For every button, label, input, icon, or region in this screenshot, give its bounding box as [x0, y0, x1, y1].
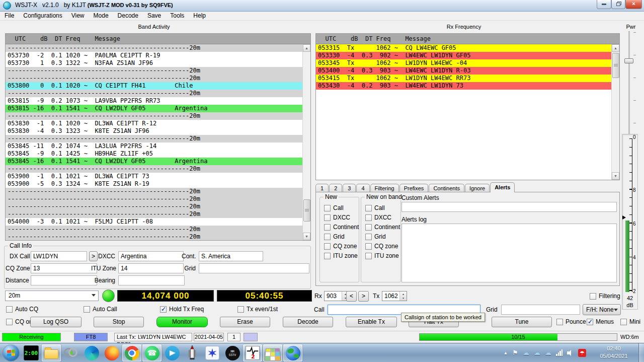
- scrollbar-thumb[interactable]: [612, 53, 619, 78]
- rx-to-tx-right-button[interactable]: >: [358, 291, 369, 302]
- decode-row[interactable]: 053415 Tx 1062 ~ LW1DYN LW4EWC RR73: [316, 75, 612, 82]
- grid-info-field[interactable]: [199, 263, 309, 273]
- enable-tx-button[interactable]: Enable Tx: [346, 317, 397, 327]
- rx-to-tx-left-button[interactable]: <: [346, 291, 357, 302]
- decode-row[interactable]: 053730 1 0.3 1322 ~ N3FAA ZS1AN JF96: [6, 59, 303, 67]
- decode-row[interactable]: 053815 -16 0.1 1541 ~ CQ LW2DLY GF05 Arg…: [6, 105, 303, 112]
- alert-checkbox[interactable]: Grid: [365, 233, 400, 240]
- auto-call-checkbox[interactable]: Auto Call: [84, 306, 117, 313]
- monitor-button[interactable]: Monitor: [156, 317, 208, 327]
- avira-antivirus-icon[interactable]: ☂: [578, 349, 586, 357]
- dxcc-field[interactable]: [118, 251, 184, 261]
- decode-row[interactable]: ----------------------------------------…: [6, 203, 303, 210]
- menu-item[interactable]: View: [67, 12, 89, 20]
- alert-checkbox[interactable]: DXCC: [365, 214, 400, 221]
- dx-call-expand-button[interactable]: >: [89, 251, 98, 261]
- cq-zone-field[interactable]: [31, 263, 97, 273]
- tab[interactable]: 2: [329, 184, 342, 192]
- rx-frequency-scrollbar[interactable]: ▲ ▼: [611, 44, 619, 180]
- alert-checkbox[interactable]: Call: [365, 204, 400, 211]
- tab[interactable]: Filtering: [370, 184, 399, 192]
- tx-even-checkbox[interactable]: Tx even/1st: [237, 306, 278, 313]
- tab[interactable]: 4: [356, 184, 369, 192]
- alert-checkbox[interactable]: CQ zone: [365, 243, 400, 250]
- cont-field[interactable]: [199, 251, 263, 261]
- show-desktop-button[interactable]: [638, 343, 644, 362]
- close-button[interactable]: ×: [625, 0, 642, 9]
- erase-button[interactable]: Erase: [220, 317, 270, 327]
- decode-row[interactable]: 053845 -11 0.2 1074 ~ LA3LUA PP2FRS -14: [6, 142, 303, 150]
- decode-row[interactable]: 053800 0 0.1 1020 ~ CQ CE1PTT FH41 Chile: [6, 82, 303, 90]
- taskbar-item-chrome[interactable]: [122, 344, 141, 361]
- cloud-sync-icon[interactable]: ☁↑: [523, 349, 529, 356]
- taskbar-item-waveform-app[interactable]: 2: [243, 344, 262, 361]
- taskbar-item-rings-app[interactable]: [62, 344, 81, 361]
- decode-row[interactable]: 054000 -3 0.1 1021 ~ F5LMJ CE1PTT -08: [6, 218, 303, 226]
- decode-row[interactable]: ----------------------------------------…: [6, 226, 303, 233]
- restore-button[interactable]: [611, 0, 625, 9]
- stop-button[interactable]: Stop: [94, 317, 144, 327]
- volume-icon[interactable]: [567, 350, 574, 356]
- alerts-log-textarea[interactable]: [401, 224, 617, 282]
- menus-checkbox[interactable]: Menus: [587, 318, 614, 325]
- scroll-down-icon[interactable]: ▼: [303, 233, 310, 240]
- taskbar-item-grid-map-app[interactable]: [263, 344, 282, 361]
- hold-tx-freq-checkbox[interactable]: Hold Tx Freq: [160, 306, 204, 313]
- cloud-sync-icon[interactable]: ☁↑: [534, 349, 540, 356]
- decode-row[interactable]: ----------------------------------------…: [6, 67, 303, 75]
- scroll-up-icon[interactable]: ▲: [612, 44, 619, 52]
- tray-clock[interactable]: 02:40 05/04/2021: [591, 345, 637, 360]
- scrollbar-thumb[interactable]: [303, 199, 310, 222]
- decode-row[interactable]: ----------------------------------------…: [6, 112, 303, 120]
- tray-expand-icon[interactable]: ▲: [503, 349, 508, 356]
- decode-row[interactable]: 053330 -4 0.3 902 ~ LW4EWC LW1DYN GF05: [316, 52, 612, 59]
- mini-checkbox[interactable]: Mini: [620, 318, 640, 325]
- taskbar-item-edge[interactable]: [82, 344, 101, 361]
- log-qso-button[interactable]: Log QSO: [30, 317, 82, 327]
- tab[interactable]: 1: [315, 184, 329, 192]
- pounce-checkbox[interactable]: Pounce: [556, 318, 586, 325]
- taskbar-item-clock-widget[interactable]: 2:00: [22, 344, 41, 361]
- alert-checkbox[interactable]: DXCC: [324, 214, 359, 221]
- itu-zone-field[interactable]: [118, 263, 184, 273]
- alert-checkbox[interactable]: Grid: [324, 233, 359, 240]
- decode-row[interactable]: ----------------------------------------…: [6, 44, 303, 52]
- alert-checkbox[interactable]: ITU zone: [365, 252, 400, 259]
- tx-freq-stepper[interactable]: 1062 ▲▼: [382, 291, 407, 301]
- menu-item[interactable]: File: [0, 12, 19, 20]
- tab[interactable]: Continents: [429, 184, 464, 192]
- decode-row[interactable]: ----------------------------------------…: [6, 188, 303, 195]
- band-select[interactable]: 20m: [5, 291, 99, 301]
- decode-row[interactable]: ----------------------------------------…: [6, 195, 303, 203]
- tab[interactable]: Prefixes: [399, 184, 429, 192]
- menu-item[interactable]: Configurations: [19, 12, 66, 20]
- taskbar-item-file-explorer[interactable]: [42, 344, 61, 361]
- decode-row[interactable]: 053345 Tx 1062 ~ LW1DYN LW4EWC -04: [316, 59, 612, 67]
- scroll-down-icon[interactable]: ▼: [612, 172, 619, 180]
- alert-checkbox[interactable]: Continent: [324, 224, 359, 231]
- decode-row[interactable]: ----------------------------------------…: [6, 210, 303, 218]
- alert-checkbox[interactable]: CQ zone: [324, 243, 359, 250]
- dx-call-field[interactable]: [31, 251, 87, 261]
- decode-row[interactable]: ----------------------------------------…: [6, 165, 303, 173]
- start-button[interactable]: [2, 344, 21, 361]
- decode-row[interactable]: ----------------------------------------…: [6, 135, 303, 142]
- custom-alerts-input[interactable]: [401, 202, 617, 212]
- alert-checkbox[interactable]: Call: [324, 204, 359, 211]
- distance-field[interactable]: [31, 275, 97, 285]
- cloud-sync-icon[interactable]: ☁↑: [545, 349, 551, 356]
- tune-button[interactable]: Tune: [492, 317, 552, 327]
- menu-item[interactable]: Decode: [113, 12, 143, 20]
- spinner-arrows-icon[interactable]: ▲▼: [399, 292, 407, 301]
- tab[interactable]: Ignore: [465, 184, 490, 192]
- tab[interactable]: 3: [343, 184, 356, 192]
- scroll-up-icon[interactable]: ▲: [303, 44, 310, 52]
- decode-row[interactable]: 053830 -1 0.1 1020 ~ DL3WA CE1PTT R-12: [6, 120, 303, 127]
- taskbar-item-whatsapp[interactable]: ☎: [142, 344, 162, 361]
- bearing-field[interactable]: [118, 275, 185, 285]
- taskbar-item-star-app[interactable]: [203, 344, 222, 361]
- decode-row[interactable]: 053845 -16 0.1 1541 ~ CQ LW2DLY GF05 Arg…: [6, 158, 303, 165]
- taskbar-item-globe-app[interactable]: [283, 344, 302, 361]
- decode-row[interactable]: ----------------------------------------…: [6, 90, 303, 97]
- pwr-slider-handle[interactable]: [624, 58, 633, 63]
